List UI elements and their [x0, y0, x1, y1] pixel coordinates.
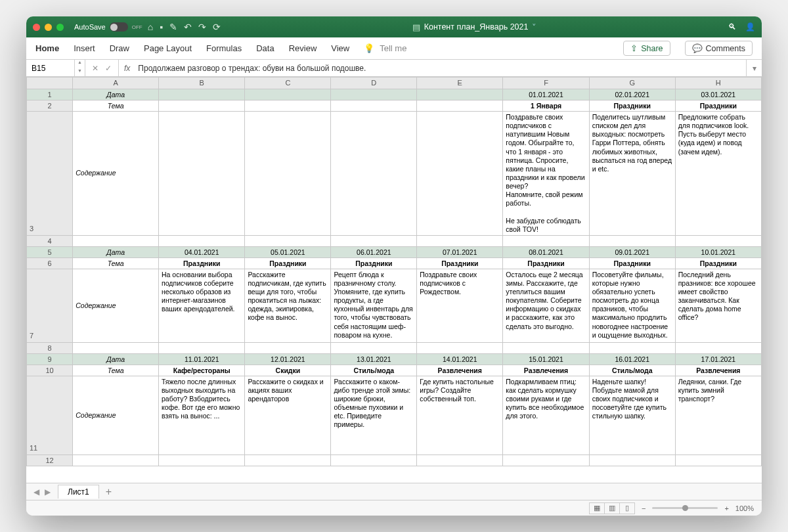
formula-bar: B15 ▲▼ ✕ ✓ fx Продолжаем разговор о трен…: [26, 60, 762, 77]
save-icon[interactable]: ▪: [160, 22, 163, 32]
expand-formula-icon[interactable]: ▾: [746, 60, 762, 76]
tab-review[interactable]: Review: [289, 43, 317, 53]
title-text: Контент план_Январь 2021: [424, 22, 529, 32]
grid-table: ABCDEFGH 1Дата01.01.202102.01.202103.01.…: [26, 77, 762, 466]
col-c[interactable]: C: [245, 78, 331, 89]
autosave-state: OFF: [132, 24, 142, 30]
titlebar: AutoSave OFF ⌂ ▪ ✎ ↶ ↷ ⟳ ▤ Контент план_…: [26, 16, 762, 37]
tab-formulas[interactable]: Formulas: [206, 43, 242, 53]
status-bar: ▦ ▥ ▯ − + 100%: [26, 500, 762, 516]
tab-view[interactable]: View: [331, 43, 349, 53]
document-title: ▤ Контент план_Январь 2021 ˅: [226, 22, 723, 32]
prev-sheet-icon[interactable]: ◀: [32, 487, 41, 497]
user-icon[interactable]: 👤: [745, 22, 755, 32]
zoom-icon[interactable]: [56, 24, 64, 31]
minimize-icon[interactable]: [45, 24, 52, 31]
tab-data[interactable]: Data: [256, 43, 274, 53]
col-f[interactable]: F: [503, 78, 589, 89]
window-controls: [33, 24, 64, 31]
redo-icon[interactable]: ↷: [198, 22, 206, 32]
autosave-label: AutoSave: [74, 23, 106, 31]
zoom-out-icon[interactable]: −: [642, 504, 646, 512]
sheet-tab[interactable]: Лист1: [58, 485, 99, 499]
row-2[interactable]: 2Тема1 ЯнваряПраздникиПраздники: [27, 100, 762, 112]
col-d[interactable]: D: [331, 78, 417, 89]
select-all-corner[interactable]: [27, 78, 73, 89]
titlebar-right: 🔍︎ 👤: [728, 22, 755, 32]
quick-access: ⌂ ▪ ✎ ↶ ↷ ⟳: [148, 22, 221, 32]
zoom-level[interactable]: 100%: [735, 504, 754, 512]
app-window: AutoSave OFF ⌂ ▪ ✎ ↶ ↷ ⟳ ▤ Контент план_…: [26, 16, 762, 516]
col-b[interactable]: B: [159, 78, 245, 89]
tab-home[interactable]: Home: [35, 43, 59, 53]
col-e[interactable]: E: [417, 78, 503, 89]
row-4[interactable]: 4: [27, 235, 762, 246]
cancel-icon[interactable]: ✕: [92, 64, 98, 73]
autosave-toggle[interactable]: AutoSave OFF: [74, 22, 142, 32]
tab-page-layout[interactable]: Page Layout: [144, 43, 192, 53]
spreadsheet-grid[interactable]: ABCDEFGH 1Дата01.01.202102.01.202103.01.…: [26, 77, 762, 483]
sheet-nav[interactable]: ◀▶: [26, 487, 58, 497]
sheet-bar: ◀▶ Лист1 +: [26, 483, 762, 500]
toggle-icon[interactable]: [110, 22, 128, 32]
comment-icon: 💬: [692, 43, 703, 53]
row-8[interactable]: 8: [27, 342, 762, 353]
undo-icon[interactable]: ↶: [184, 22, 192, 32]
view-buttons: ▦ ▥ ▯: [590, 502, 635, 514]
share-icon: ⇧: [630, 43, 638, 53]
zoom-slider[interactable]: [652, 507, 718, 509]
page-layout-icon[interactable]: ▥: [604, 502, 620, 514]
row-7[interactable]: 7СодержаниеНа основании выбора подписчик…: [27, 269, 762, 342]
confirm-icon[interactable]: ✓: [105, 64, 112, 73]
row-3[interactable]: 3СодержаниеПоздравьте своих подписчиков …: [27, 112, 762, 236]
col-h[interactable]: H: [675, 78, 761, 89]
page-break-icon[interactable]: ▯: [619, 502, 635, 514]
search-icon[interactable]: 🔍︎: [728, 22, 736, 32]
name-box[interactable]: B15: [26, 60, 75, 76]
formula-icons: ✕ ✓: [85, 60, 119, 76]
formula-input[interactable]: Продолжаем разговор о трендах: обуви на …: [135, 64, 746, 73]
tab-draw[interactable]: Draw: [110, 43, 129, 53]
next-sheet-icon[interactable]: ▶: [43, 487, 53, 497]
tab-insert[interactable]: Insert: [74, 43, 95, 53]
fx-label[interactable]: fx: [119, 64, 135, 73]
ribbon: Home Insert Draw Page Layout Formulas Da…: [26, 37, 762, 60]
row-10[interactable]: 10ТемаКафе/рестораныСкидкиСтиль/модаРазв…: [27, 365, 762, 376]
excel-icon: ▤: [412, 22, 420, 32]
row-1[interactable]: 1Дата01.01.202102.01.202103.01.2021: [27, 89, 762, 100]
share-button[interactable]: ⇧Share: [623, 41, 670, 56]
namebox-stepper[interactable]: ▲▼: [75, 60, 85, 76]
col-g[interactable]: G: [589, 78, 675, 89]
row-6[interactable]: 6ТемаПраздникиПраздникиПраздникиПраздник…: [27, 257, 762, 269]
row-11[interactable]: 11СодержаниеТяжело после длинных выходны…: [27, 376, 762, 454]
bulb-icon: 💡: [364, 43, 374, 53]
row-9[interactable]: 9Дата11.01.202112.01.202113.01.202114.01…: [27, 353, 762, 365]
comments-button[interactable]: 💬Comments: [685, 41, 753, 56]
close-icon[interactable]: [33, 24, 40, 31]
chevron-down-icon[interactable]: ˅: [532, 22, 536, 32]
edit-icon[interactable]: ✎: [169, 22, 177, 32]
home-icon[interactable]: ⌂: [148, 22, 153, 32]
row-5[interactable]: 5Дата04.01.202105.01.202106.01.202107.01…: [27, 246, 762, 257]
column-headers[interactable]: ABCDEFGH: [27, 78, 762, 89]
tell-me[interactable]: Tell me: [380, 43, 406, 53]
add-sheet-button[interactable]: +: [99, 486, 118, 498]
zoom-in-icon[interactable]: +: [724, 504, 728, 512]
refresh-icon[interactable]: ⟳: [213, 22, 221, 32]
row-12[interactable]: 12: [27, 454, 762, 466]
normal-view-icon[interactable]: ▦: [589, 502, 605, 514]
col-a[interactable]: A: [73, 78, 159, 89]
